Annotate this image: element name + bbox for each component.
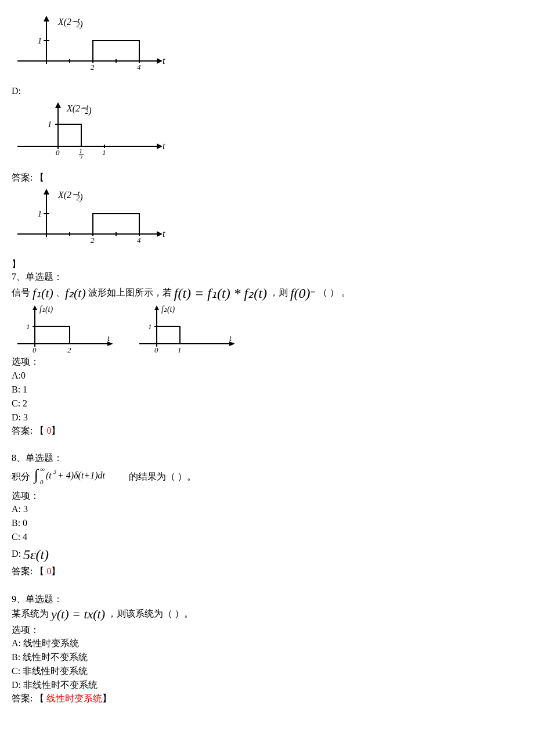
svg-text:∞: ∞: [40, 466, 45, 473]
x-origin: 0: [56, 148, 60, 157]
svg-marker-14: [55, 102, 61, 108]
text-tail: = （ ） 。: [311, 287, 351, 297]
text-mid: 的结果为（ ）。: [129, 471, 196, 481]
x-tick-4: 4: [137, 63, 141, 71]
svg-marker-12: [157, 143, 163, 149]
svg-text:3: 3: [53, 469, 56, 475]
answer-prefix: 答案: 【: [12, 426, 46, 435]
option-c: C: 2: [12, 397, 522, 411]
answer-line: 答案: 【 0】: [12, 565, 522, 578]
svg-text:1: 1: [26, 322, 30, 331]
answer-prefix: 答案: 【: [12, 693, 46, 703]
svg-marker-46: [154, 305, 159, 310]
question-stem: 积分 ∫ 0 ∞ (t 3 + 4)δ(t+1)dt 的结果为（ ）。: [12, 465, 522, 489]
text-prefix: 某系统为: [12, 609, 51, 618]
option-b: B: 0: [12, 516, 522, 530]
answer-line: 答案: 【 0】: [12, 424, 522, 437]
option-d: D: 5ε(t): [12, 544, 522, 565]
question-number: 8、单选题：: [12, 452, 522, 465]
answer-line: 答案: 【 线性时变系统】: [12, 692, 522, 705]
svg-text:+ 4)δ(t+1)dt: + 4)δ(t+1)dt: [57, 470, 105, 481]
options-label: 选项：: [12, 624, 522, 636]
option-a: A: 线性时变系统: [12, 636, 522, 650]
svg-text:X(2−t2): X(2−t2): [57, 16, 83, 30]
math-f0: f(0): [290, 286, 311, 301]
options-label: 选项：: [12, 489, 522, 502]
option-a: A: 3: [12, 502, 522, 516]
x-axis-label: t: [163, 229, 165, 239]
text-prefix: 积分: [12, 471, 33, 481]
opt-d-math: 5ε(t): [23, 547, 49, 562]
svg-text:f₂(t): f₂(t): [161, 305, 175, 314]
y-tick-1: 1: [48, 120, 52, 129]
answer-prefix: 答案: 【: [12, 566, 46, 576]
option-b: B: 线性时不变系统: [12, 650, 522, 664]
svg-text:0: 0: [33, 345, 37, 354]
answer-suffix: 】: [12, 258, 522, 271]
x-axis-label: t: [163, 56, 165, 66]
svg-text:2: 2: [67, 345, 71, 354]
option-d-label: D:: [12, 85, 522, 98]
graph-option-c: 1 X(2−t2) t 2 4: [12, 15, 522, 76]
options-label: 选项：: [12, 355, 522, 368]
text-mid: ，则该系统为（ ）。: [105, 609, 193, 618]
svg-text:1: 1: [148, 322, 152, 331]
math-conv: f(t) = f₁(t) * f₂(t): [174, 286, 267, 301]
x-tick-4: 4: [137, 236, 141, 244]
answer-value: 线性时变系统: [46, 693, 102, 703]
svg-text:f₁(t): f₁(t): [39, 305, 53, 314]
math-eq: y(t) = tx(t): [51, 607, 105, 621]
question-number: 9、单选题：: [12, 593, 522, 606]
x-tick-2: 2: [91, 63, 95, 71]
svg-text:X(2−t2): X(2−t2): [66, 103, 92, 116]
integral-expression: ∫ 0 ∞ (t 3 + 4)δ(t+1)dt: [33, 465, 127, 489]
x-tick-1: 1: [102, 148, 106, 157]
answer-suffix: 】: [51, 426, 60, 435]
svg-text:t: t: [229, 334, 232, 343]
svg-text:∫: ∫: [33, 466, 39, 484]
option-c: C: 非线性时变系统: [12, 664, 522, 678]
svg-marker-3: [44, 16, 49, 21]
graph-option-d: 1 X(2−t2) t 0 1 2 1: [12, 101, 522, 163]
answer-label: 答案: 【: [12, 171, 522, 184]
q7-graph2: 1 f₂(t) 0 1 t: [134, 303, 238, 355]
graph-answer: 1 X(2−t2) t 2 4: [12, 188, 522, 249]
question-stem: 信号 f₁(t) 、f₂(t) 波形如上图所示，若 f(t) = f₁(t) *…: [12, 284, 522, 304]
svg-marker-23: [157, 231, 163, 237]
text-sep: 、: [53, 287, 65, 297]
question-number: 7、单选题：: [12, 271, 522, 283]
svg-text:(t: (t: [46, 470, 52, 481]
svg-text:X(2−t2): X(2−t2): [57, 189, 83, 203]
math-f1: f₁(t): [33, 286, 53, 300]
option-c: C: 4: [12, 530, 522, 544]
answer-suffix: 】: [51, 566, 60, 576]
svg-marker-1: [157, 58, 163, 64]
svg-text:1: 1: [178, 345, 182, 354]
question-9: 9、单选题： 某系统为 y(t) = tx(t) ，则该系统为（ ）。 选项： …: [12, 593, 522, 705]
svg-marker-36: [33, 305, 37, 310]
y-tick-1: 1: [38, 37, 42, 45]
svg-text:2: 2: [79, 154, 82, 159]
text-mid: 波形如上图所示，若: [86, 287, 174, 297]
svg-marker-25: [44, 189, 49, 195]
svg-text:0: 0: [154, 345, 158, 354]
text-mid2: ，则: [267, 287, 290, 297]
question-stem: 某系统为 y(t) = tx(t) ，则该系统为（ ）。: [12, 606, 522, 624]
math-f2: f₂(t): [65, 286, 86, 300]
y-tick-1: 1: [38, 210, 42, 218]
option-a: A:0: [12, 369, 522, 383]
option-b: B: 1: [12, 383, 522, 397]
q7-graphs: 1 f₁(t) 0 2 t 1 f₂(t) 0 1 t: [12, 303, 522, 355]
option-d: D: 非线性时不变系统: [12, 678, 522, 692]
svg-text:t: t: [107, 334, 110, 343]
question-8: 8、单选题： 积分 ∫ 0 ∞ (t 3 + 4)δ(t+1)dt 的结果为（ …: [12, 452, 522, 578]
svg-text:0: 0: [40, 478, 44, 485]
opt-d-prefix: D:: [12, 549, 23, 559]
option-d: D: 3: [12, 411, 522, 424]
q7-graph1: 1 f₁(t) 0 2 t: [12, 303, 116, 355]
text-prefix: 信号: [12, 287, 33, 297]
x-axis-label: t: [163, 141, 165, 151]
answer-suffix: 】: [102, 693, 111, 703]
x-tick-2: 2: [91, 236, 95, 244]
question-7: 7、单选题： 信号 f₁(t) 、f₂(t) 波形如上图所示，若 f(t) = …: [12, 271, 522, 437]
